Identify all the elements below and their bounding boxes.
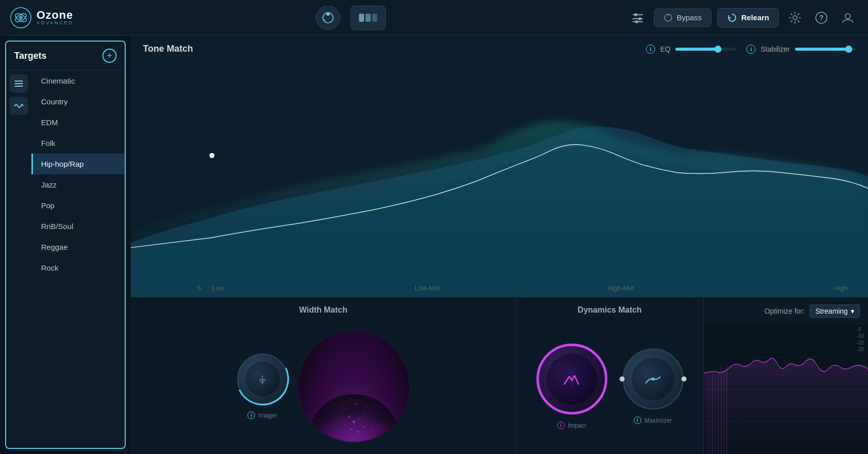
svg-rect-9	[372, 14, 377, 22]
bypass-button[interactable]: Bypass	[654, 9, 711, 27]
freq-label-low: Low	[212, 284, 224, 292]
eq-slider[interactable]	[675, 48, 736, 51]
target-country[interactable]: Country	[31, 91, 125, 112]
chart-label-1: -10	[857, 333, 864, 339]
svg-point-13	[638, 17, 641, 20]
logo-area: Ozone ADVANCED	[10, 7, 74, 28]
sidebar-header: Targets +	[6, 42, 125, 70]
svg-point-5	[327, 13, 330, 16]
target-reggae[interactable]: Reggae	[31, 237, 125, 257]
svg-rect-52	[721, 367, 722, 454]
maximizer-info-icon[interactable]: i	[634, 417, 641, 424]
target-rnbsoul[interactable]: RnB/Soul	[31, 216, 125, 237]
logo-sub: ADVANCED	[37, 21, 74, 25]
svg-point-36	[363, 426, 365, 428]
svg-point-40	[371, 429, 372, 430]
relearn-icon	[727, 13, 737, 23]
user-icon	[841, 11, 854, 24]
maximizer-knob[interactable]	[623, 349, 683, 409]
optimize-panel: Optimize for: Streaming ▾ -5 -10 -15 -20	[704, 297, 868, 454]
chart-label-3: -20	[857, 347, 864, 352]
impact-knob-container: i Impact	[536, 344, 607, 429]
optimize-header: Optimize for: Streaming ▾	[704, 297, 868, 325]
header-center	[316, 6, 386, 30]
width-sphere-svg	[299, 331, 409, 442]
add-target-button[interactable]: +	[102, 49, 117, 63]
header-right: Bypass Relearn ?	[628, 8, 858, 28]
svg-rect-53	[724, 369, 725, 454]
chart-label-0: -5	[857, 327, 864, 332]
settings-icon	[788, 11, 802, 24]
waveform-view-button[interactable]	[10, 97, 28, 115]
target-hiphop[interactable]: Hip-hop/Rap	[31, 154, 125, 174]
mini-chart-labels: -5 -10 -15 -20	[857, 327, 864, 352]
target-edm[interactable]: EDM	[31, 112, 125, 133]
logo-name: Ozone	[37, 10, 74, 21]
freq-label-highmid: High-Mid	[607, 284, 634, 292]
relearn-button[interactable]: Relearn	[717, 8, 779, 27]
module-button[interactable]	[350, 6, 386, 30]
impact-knob[interactable]	[536, 344, 607, 414]
list-view-button[interactable]	[10, 74, 28, 93]
relearn-label: Relearn	[741, 13, 769, 22]
maximizer-label-row: i Maximizer	[634, 417, 672, 424]
list-icon	[14, 79, 24, 89]
svg-point-26	[308, 394, 399, 441]
stabilizer-slider-thumb[interactable]	[845, 46, 852, 53]
svg-point-28	[334, 401, 374, 441]
target-folk[interactable]: Folk	[31, 133, 125, 154]
svg-point-39	[338, 431, 339, 432]
optimize-label: Optimize for:	[765, 307, 805, 315]
content-area: Tone Match i EQ i Stabilizer	[131, 35, 868, 454]
imager-knob[interactable]: ⏚	[237, 354, 288, 404]
svg-point-30	[355, 403, 357, 405]
optimize-value: Streaming	[815, 307, 848, 315]
width-match-content: ⏚ i Imager	[131, 319, 516, 454]
target-jazz[interactable]: Jazz	[31, 174, 125, 195]
freq-label-lowmid: Low-Mid	[415, 284, 440, 292]
dynamics-content: i Impact	[516, 319, 703, 454]
svg-point-32	[348, 415, 350, 418]
svg-rect-7	[359, 14, 364, 22]
target-cinematic[interactable]: Cinematic	[31, 70, 125, 91]
svg-point-18	[793, 16, 797, 20]
maximizer-icon	[642, 368, 664, 390]
stabilizer-info-icon[interactable]: i	[746, 45, 755, 54]
impact-info-icon[interactable]: i	[557, 422, 565, 429]
targets-sidebar: Targets +	[5, 41, 126, 449]
imager-info-icon[interactable]: i	[247, 411, 255, 419]
targets-list: Cinematic Country EDM Folk Hip-hop/Rap J…	[31, 70, 125, 448]
optimize-select[interactable]: Streaming ▾	[810, 305, 860, 318]
maximizer-knob-inner	[632, 358, 674, 400]
user-button[interactable]	[838, 8, 858, 28]
target-rock[interactable]: Rock	[31, 257, 125, 278]
eq-info-icon[interactable]: i	[646, 45, 655, 54]
svg-point-31	[363, 413, 364, 414]
settings-button[interactable]	[785, 8, 805, 28]
svg-point-42	[652, 377, 655, 381]
tuning-button[interactable]	[628, 8, 648, 28]
fx-chain-icon	[320, 10, 336, 25]
eq-slider-thumb[interactable]	[714, 46, 721, 53]
sidebar-nav	[6, 70, 31, 448]
dynamics-match-title: Dynamics Match	[516, 297, 703, 319]
maximizer-knob-container: i Maximizer	[623, 349, 683, 424]
svg-point-27	[341, 399, 367, 424]
svg-rect-50	[715, 374, 716, 454]
stabilizer-slider[interactable]	[795, 48, 856, 51]
ozone-logo-icon	[10, 7, 31, 28]
bypass-icon	[664, 13, 673, 22]
chevron-down-icon: ▾	[851, 307, 854, 315]
freq-label-s: S	[197, 284, 201, 292]
imager-label: Imager	[258, 412, 277, 419]
target-pop[interactable]: Pop	[31, 195, 125, 216]
eq-label: EQ	[660, 45, 670, 53]
help-icon: ?	[815, 11, 828, 24]
fx-chain-button[interactable]	[316, 6, 340, 30]
impact-knob-inner	[547, 354, 597, 404]
tone-match-header: Tone Match i EQ i Stabilizer	[131, 35, 868, 54]
help-button[interactable]: ?	[811, 8, 831, 28]
svg-rect-8	[366, 14, 371, 22]
svg-point-35	[343, 424, 344, 425]
width-match-title: Width Match	[131, 297, 516, 319]
